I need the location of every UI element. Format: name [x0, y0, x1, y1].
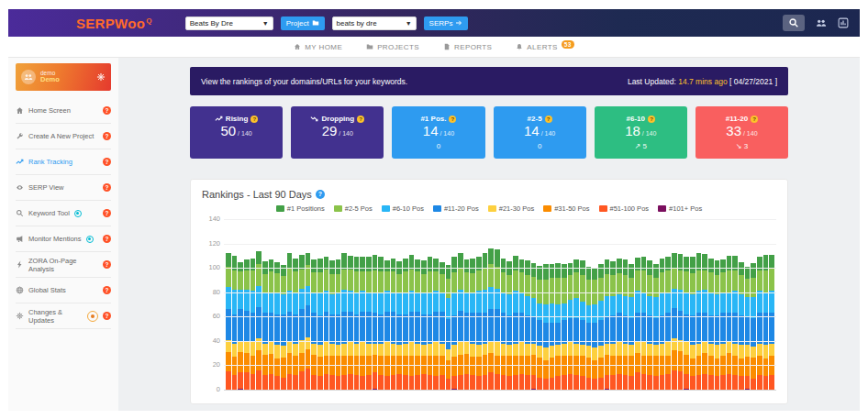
- bar[interactable]: [763, 255, 769, 390]
- subnav-item-reports[interactable]: REPORTS: [443, 43, 492, 51]
- bar[interactable]: [458, 253, 463, 390]
- subnav-item-my-home[interactable]: MY HOME: [294, 43, 342, 51]
- legend-item-101-pos[interactable]: #101+ Pos: [658, 204, 702, 213]
- bar[interactable]: [641, 257, 647, 390]
- bar[interactable]: [684, 257, 689, 390]
- bar[interactable]: [727, 256, 732, 390]
- bar[interactable]: [470, 259, 475, 390]
- bar[interactable]: [311, 259, 317, 390]
- bar[interactable]: [306, 253, 311, 390]
- help-badge[interactable]: ?: [103, 183, 111, 192]
- sidebar-item-monitor-mentions[interactable]: Monitor Mentions?: [16, 226, 111, 252]
- gear-icon[interactable]: [96, 69, 106, 85]
- bar[interactable]: [610, 261, 616, 390]
- help-icon[interactable]: ?: [316, 190, 325, 199]
- bar[interactable]: [409, 255, 415, 390]
- help-badge[interactable]: ?: [648, 116, 655, 123]
- bar[interactable]: [678, 254, 684, 390]
- bar[interactable]: [299, 255, 305, 390]
- bar[interactable]: [653, 264, 659, 390]
- bar[interactable]: [555, 263, 561, 390]
- stat-card-11-20[interactable]: #11-20?33 / 140↘ 3: [696, 106, 788, 159]
- bar[interactable]: [635, 258, 640, 390]
- help-badge[interactable]: ?: [545, 116, 552, 123]
- bar[interactable]: [354, 257, 360, 390]
- bar[interactable]: [244, 259, 250, 390]
- bar[interactable]: [562, 264, 567, 390]
- subnav-item-projects[interactable]: PROJECTS: [366, 43, 419, 51]
- bar[interactable]: [269, 259, 274, 390]
- search-button[interactable]: [783, 15, 805, 31]
- bar[interactable]: [715, 260, 720, 390]
- bar[interactable]: [403, 259, 408, 390]
- stat-card-1-pos[interactable]: #1 Pos.?14 / 1400: [392, 106, 484, 159]
- stat-card-2-5[interactable]: #2-5?14 / 1400: [494, 106, 586, 159]
- stat-card-rising[interactable]: Rising?50 / 140: [190, 106, 283, 159]
- bar[interactable]: [519, 259, 525, 390]
- legend-item-11-20-pos[interactable]: #11-20 Pos: [433, 204, 479, 213]
- bar[interactable]: [396, 261, 402, 390]
- legend-item-51-100-pos[interactable]: #51-100 Pos: [599, 204, 650, 213]
- bar[interactable]: [720, 259, 726, 390]
- bar[interactable]: [415, 259, 420, 390]
- bar[interactable]: [592, 268, 597, 390]
- bar[interactable]: [586, 267, 592, 390]
- bar[interactable]: [360, 257, 365, 390]
- help-badge[interactable]: ?: [103, 235, 111, 243]
- help-badge[interactable]: ?: [103, 260, 111, 269]
- help-badge[interactable]: ?: [250, 116, 258, 123]
- bar[interactable]: [623, 259, 629, 390]
- bar[interactable]: [256, 251, 262, 390]
- bar[interactable]: [702, 254, 707, 390]
- bar[interactable]: [739, 262, 744, 390]
- bar[interactable]: [336, 259, 341, 390]
- bar[interactable]: [501, 259, 506, 390]
- bar[interactable]: [745, 267, 751, 390]
- help-badge[interactable]: ?: [103, 312, 111, 320]
- bar[interactable]: [281, 265, 286, 390]
- bar[interactable]: [537, 266, 542, 390]
- bar[interactable]: [488, 248, 494, 390]
- subnav-item-alerts[interactable]: ALERTS53: [516, 43, 573, 51]
- bar[interactable]: [617, 259, 622, 390]
- bar[interactable]: [464, 259, 470, 390]
- bar[interactable]: [446, 265, 451, 390]
- sidebar-item-global-stats[interactable]: Global Stats?: [16, 278, 111, 303]
- bar[interactable]: [543, 264, 549, 390]
- legend-item-2-5-pos[interactable]: #2-5 Pos: [334, 204, 373, 213]
- project-button[interactable]: Project: [281, 17, 325, 30]
- legend-item-6-10-pos[interactable]: #6-10 Pos: [382, 204, 424, 213]
- bar[interactable]: [428, 257, 433, 390]
- bar[interactable]: [317, 259, 323, 390]
- keyword-select[interactable]: beats by dre ▼: [332, 17, 417, 30]
- bar[interactable]: [506, 261, 512, 390]
- help-badge[interactable]: ?: [449, 116, 456, 123]
- bar[interactable]: [580, 260, 585, 390]
- bar[interactable]: [433, 259, 439, 390]
- bar[interactable]: [421, 260, 427, 390]
- bar[interactable]: [293, 259, 298, 390]
- bar[interactable]: [262, 261, 268, 390]
- legend-item-1-positions[interactable]: #1 Positions: [276, 204, 325, 213]
- bar[interactable]: [573, 259, 579, 390]
- bar[interactable]: [451, 257, 457, 390]
- bar[interactable]: [629, 264, 634, 390]
- bar[interactable]: [550, 264, 555, 390]
- bar[interactable]: [660, 259, 665, 390]
- bar[interactable]: [378, 257, 384, 390]
- bar[interactable]: [232, 256, 238, 390]
- bar[interactable]: [324, 257, 329, 390]
- serps-button[interactable]: SERPs: [424, 17, 469, 30]
- bar[interactable]: [769, 255, 774, 390]
- sidebar-item-changes-updates[interactable]: Changes & Updates?: [16, 303, 111, 329]
- bar[interactable]: [495, 249, 500, 390]
- sidebar-item-keyword-tool[interactable]: Keyword Tool?: [16, 201, 111, 226]
- help-badge[interactable]: ?: [103, 209, 111, 217]
- bar[interactable]: [238, 262, 243, 390]
- bar[interactable]: [732, 256, 738, 390]
- help-badge[interactable]: ?: [103, 132, 111, 140]
- bar[interactable]: [690, 257, 696, 390]
- legend-item-21-30-pos[interactable]: #21-30 Pos: [488, 204, 534, 213]
- user-card[interactable]: demo Demo: [16, 63, 111, 91]
- logo[interactable]: SERPWooQ: [76, 16, 152, 31]
